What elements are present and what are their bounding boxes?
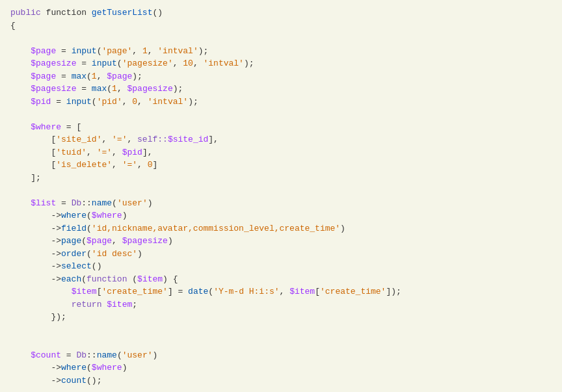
code-token: ) — [153, 350, 158, 360]
code-token: , — [132, 46, 142, 56]
code-token: -> — [10, 211, 61, 220]
code-token: ( — [81, 236, 87, 246]
code-token: field — [61, 224, 87, 233]
code-token: 1 — [112, 84, 117, 94]
code-token: $pagesize — [127, 84, 172, 94]
code-token — [10, 97, 31, 107]
code-token: -> — [10, 363, 61, 372]
code-token: $item — [72, 287, 97, 296]
code-token: $page — [31, 46, 56, 56]
code-token: , — [127, 135, 137, 144]
code-token: Db — [72, 198, 82, 208]
code-token: -> — [10, 236, 61, 246]
code-token: = — [56, 198, 71, 208]
code-token: 'id,nickname,avatar,commission_level,cre… — [92, 224, 340, 233]
code-token: ]); — [386, 287, 401, 296]
code-token: 'create_time' — [101, 287, 167, 296]
code-token — [10, 287, 72, 296]
code-token: [ — [10, 135, 56, 144]
code-token: $item — [289, 287, 315, 296]
code-token: return — [72, 300, 102, 309]
code-token: $where — [31, 122, 61, 132]
code-token: ]; — [10, 173, 41, 183]
code-token — [10, 122, 31, 132]
code-token: $site_id — [168, 135, 208, 144]
code-token: () — [92, 261, 102, 271]
code-token: = — [56, 72, 71, 81]
code-token: , — [117, 84, 127, 94]
code-token: $pagesize — [122, 236, 168, 246]
code-token: , — [280, 287, 290, 296]
code-line: $page = max(1, $page); — [10, 70, 552, 83]
code-token: $pid — [122, 148, 142, 157]
code-token: 0 — [132, 97, 137, 107]
code-token: ( — [87, 72, 92, 81]
code-token: -> — [10, 261, 61, 271]
code-token: '=' — [122, 160, 137, 170]
code-token: page — [61, 236, 81, 246]
code-token: :: — [87, 350, 97, 360]
code-line: $item['create_time'] = date('Y-m-d H:i:s… — [10, 285, 552, 298]
code-token: 'pid' — [97, 97, 122, 107]
code-line: $pid = input('pid', 0, 'intval'); — [10, 96, 552, 109]
code-line — [10, 108, 552, 121]
code-line: return $item; — [10, 298, 552, 311]
code-token: , — [112, 236, 122, 246]
code-token: 'tuid' — [56, 148, 87, 157]
code-token: , — [137, 97, 148, 107]
code-token: ( — [87, 249, 92, 259]
code-token: , — [122, 97, 133, 107]
code-token: , — [193, 59, 204, 68]
code-line: ['site_id', '=', self::$site_id], — [10, 133, 552, 146]
code-token: ); — [132, 72, 142, 81]
code-token: (); — [87, 376, 101, 385]
code-token: name — [97, 350, 117, 360]
code-token: $page — [107, 72, 132, 81]
code-token: input — [92, 59, 117, 68]
code-token — [10, 84, 31, 94]
code-token: ( — [92, 97, 97, 107]
code-token: $item — [107, 300, 132, 309]
code-token — [10, 198, 31, 208]
code-token: ] = — [168, 287, 188, 296]
code-token: 'pagesize' — [122, 59, 173, 68]
code-token: , — [173, 59, 183, 68]
code-token: = — [51, 97, 66, 107]
code-token — [10, 300, 72, 309]
code-token: ( — [81, 274, 87, 284]
code-token: select — [61, 261, 92, 271]
code-token: [ — [315, 287, 320, 296]
code-line: public function getTuserList() — [10, 7, 552, 20]
code-token: $where — [92, 363, 122, 372]
code-token: where — [61, 211, 87, 220]
code-token: 'intval' — [204, 59, 244, 68]
code-token: date — [188, 287, 208, 296]
code-token: 'create_time' — [320, 287, 386, 296]
code-token: public — [10, 8, 41, 18]
code-token: 'intval' — [148, 97, 188, 107]
code-token: , — [137, 160, 148, 170]
code-token: = — [76, 59, 91, 68]
code-token: $pid — [31, 97, 51, 107]
code-line: ->each(function ($item) { — [10, 273, 552, 286]
code-token: ) — [137, 249, 142, 259]
code-line: $page = input('page', 1, 'intval'); — [10, 45, 552, 58]
code-line: ->select() — [10, 260, 552, 273]
code-token — [10, 72, 31, 81]
code-line: ->page($page, $pagesize) — [10, 235, 552, 248]
code-token: = — [76, 84, 91, 94]
code-token: $pagesize — [31, 59, 76, 68]
code-token: = — [56, 46, 71, 56]
code-line: $list = Db::name('user') — [10, 197, 552, 210]
code-token — [10, 59, 31, 68]
code-token: ) — [340, 224, 345, 233]
code-token: 'user' — [122, 350, 153, 360]
code-token: ( — [117, 350, 122, 360]
code-token: { — [10, 21, 16, 31]
code-token: ) — [168, 236, 173, 246]
code-token: 1 — [142, 46, 148, 56]
code-token: ); — [173, 84, 183, 94]
code-token: , — [112, 160, 122, 170]
code-token: , — [87, 148, 97, 157]
code-token: 'id desc' — [92, 249, 137, 259]
